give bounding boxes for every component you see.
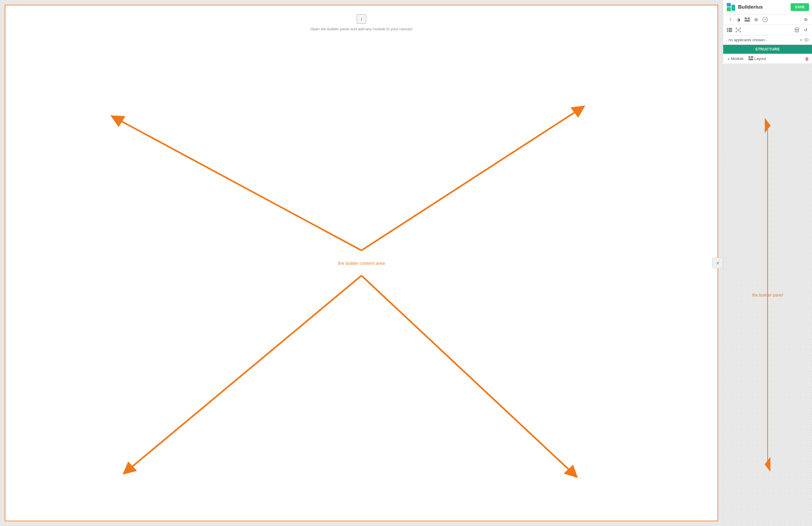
structure-header: STRUCTURE xyxy=(723,45,812,54)
svg-rect-19 xyxy=(728,31,732,32)
svg-rect-31 xyxy=(749,56,750,58)
svg-line-25 xyxy=(736,28,738,30)
svg-rect-10 xyxy=(748,17,750,19)
structure-actions: + Module Layout 🗑 xyxy=(723,54,812,64)
builderius-logo-icon xyxy=(726,2,736,12)
right-panel: Builderius SAVE ☽ ◑ ⊞ ⚙ xyxy=(723,0,812,526)
svg-line-3 xyxy=(361,109,580,250)
dropdown-chevron-icon[interactable]: ▾ xyxy=(800,38,802,42)
svg-line-27 xyxy=(736,30,738,32)
settings-icon[interactable]: ⚙ xyxy=(802,16,809,23)
app-title: Builderius xyxy=(738,4,788,10)
canvas-hint: Open the builder panel and add any modul… xyxy=(310,27,413,31)
svg-line-26 xyxy=(738,28,740,30)
svg-rect-8 xyxy=(731,5,735,11)
canvas-content-label: the builder content area xyxy=(338,261,385,266)
eye-icon[interactable] xyxy=(804,38,809,43)
svg-line-2 xyxy=(116,118,361,251)
save-button[interactable]: SAVE xyxy=(791,3,809,11)
toolbar-row-1: ☽ ◑ ⊞ ⚙ xyxy=(723,15,812,25)
wordpress-icon[interactable] xyxy=(762,16,768,23)
svg-rect-32 xyxy=(751,56,753,58)
svg-line-5 xyxy=(361,275,573,474)
svg-point-13 xyxy=(765,19,766,20)
layout-view-icon[interactable] xyxy=(744,16,751,23)
svg-rect-33 xyxy=(749,59,753,60)
svg-point-29 xyxy=(795,28,799,29)
plus-icon: + xyxy=(727,56,730,61)
svg-rect-17 xyxy=(728,29,732,31)
info-icon[interactable]: i xyxy=(357,14,366,24)
structure-list-icon[interactable] xyxy=(726,27,733,33)
dropdown-row: - no applicants chosen - ▾ xyxy=(723,35,812,45)
grid-icon[interactable]: ⊞ xyxy=(753,16,759,23)
contrast-icon[interactable]: ◑ xyxy=(735,16,742,23)
svg-rect-6 xyxy=(727,7,731,11)
add-module-button[interactable]: + Module xyxy=(726,56,745,62)
svg-point-30 xyxy=(806,39,807,40)
add-layout-button[interactable]: Layout xyxy=(747,56,767,62)
nodes-icon[interactable] xyxy=(735,27,742,33)
svg-rect-16 xyxy=(727,29,728,31)
toolbar-row-2: ↺ xyxy=(723,25,812,35)
svg-rect-11 xyxy=(744,20,750,22)
panel-content-label: the builder panel xyxy=(752,293,783,298)
layout-icon xyxy=(749,56,753,61)
svg-line-28 xyxy=(738,30,740,32)
canvas-area: i Open the builder panel and add any mod… xyxy=(0,0,723,526)
svg-rect-9 xyxy=(744,17,747,19)
applicants-dropdown[interactable]: - no applicants chosen - xyxy=(726,37,800,43)
svg-rect-14 xyxy=(727,28,728,29)
svg-rect-18 xyxy=(727,31,728,32)
svg-line-4 xyxy=(128,275,361,470)
svg-rect-15 xyxy=(728,28,732,29)
moon-icon[interactable]: ☽ xyxy=(726,16,733,23)
panel-content: the builder panel xyxy=(723,64,812,526)
database-icon[interactable] xyxy=(794,27,800,33)
canvas-inner: i Open the builder panel and add any mod… xyxy=(5,5,718,521)
panel-header: Builderius SAVE xyxy=(723,0,812,15)
canvas-close-button[interactable]: ✕ xyxy=(712,258,723,268)
history-icon[interactable]: ↺ xyxy=(802,27,809,33)
delete-icon[interactable]: 🗑 xyxy=(805,56,809,61)
svg-rect-7 xyxy=(727,3,731,6)
